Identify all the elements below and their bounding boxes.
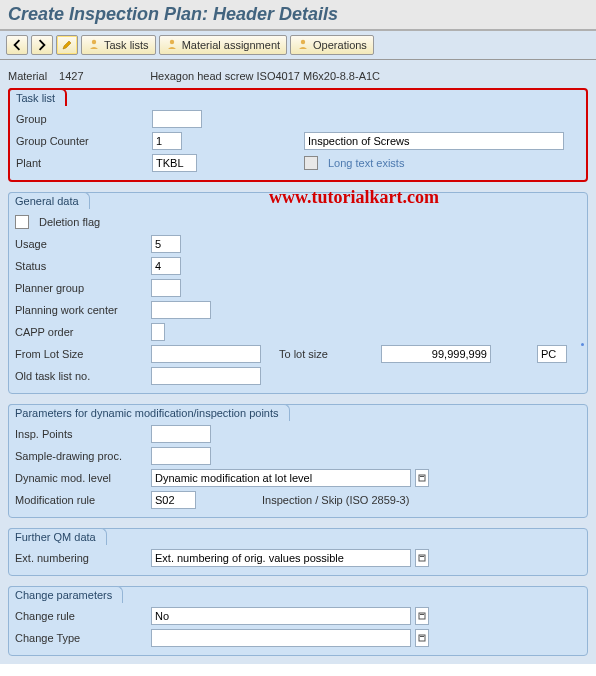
group-counter-label: Group Counter bbox=[16, 135, 146, 147]
change-rule-label: Change rule bbox=[15, 610, 145, 622]
change-rule-input[interactable] bbox=[151, 607, 411, 625]
ext-numbering-label: Ext. numbering bbox=[15, 552, 145, 564]
long-text-checkbox[interactable] bbox=[304, 156, 318, 170]
svg-point-0 bbox=[92, 40, 96, 44]
change-rule-dropdown[interactable] bbox=[415, 607, 429, 625]
deletion-flag-label: Deletion flag bbox=[39, 216, 100, 228]
group-input[interactable] bbox=[152, 110, 202, 128]
material-assignment-button[interactable]: Material assignment bbox=[159, 35, 287, 55]
group-counter-input[interactable] bbox=[152, 132, 182, 150]
to-lot-input[interactable] bbox=[381, 345, 491, 363]
usage-label: Usage bbox=[15, 238, 145, 250]
uom-input[interactable] bbox=[537, 345, 567, 363]
section-title: Change parameters bbox=[8, 586, 123, 603]
old-task-input[interactable] bbox=[151, 367, 261, 385]
planner-group-input[interactable] bbox=[151, 279, 181, 297]
sample-proc-label: Sample-drawing proc. bbox=[15, 450, 145, 462]
dynamic-level-label: Dynamic mod. level bbox=[15, 472, 145, 484]
planner-group-label: Planner group bbox=[15, 282, 145, 294]
long-text-label: Long text exists bbox=[328, 157, 404, 169]
watermark: www.tutorialkart.com bbox=[269, 187, 439, 208]
ext-numbering-input[interactable] bbox=[151, 549, 411, 567]
status-input[interactable] bbox=[151, 257, 181, 275]
insp-points-label: Insp. Points bbox=[15, 428, 145, 440]
usage-input[interactable] bbox=[151, 235, 181, 253]
ext-numbering-dropdown[interactable] bbox=[415, 549, 429, 567]
material-label: Material bbox=[8, 70, 56, 82]
svg-rect-8 bbox=[420, 614, 424, 615]
operations-button[interactable]: Operations bbox=[290, 35, 374, 55]
change-type-dropdown[interactable] bbox=[415, 629, 429, 647]
section-change: Change parameters Change rule Change Typ… bbox=[8, 586, 588, 656]
change-type-label: Change Type bbox=[15, 632, 145, 644]
operations-label: Operations bbox=[313, 39, 367, 51]
svg-rect-4 bbox=[420, 476, 424, 477]
nav-back-button[interactable] bbox=[6, 35, 28, 55]
mod-rule-input[interactable] bbox=[151, 491, 196, 509]
section-title: Parameters for dynamic modification/insp… bbox=[8, 404, 290, 421]
plant-input[interactable] bbox=[152, 154, 197, 172]
section-general: www.tutorialkart.com General data Deleti… bbox=[8, 192, 588, 394]
task-desc-input[interactable] bbox=[304, 132, 564, 150]
page-title: Create Inspection Plan: Header Details bbox=[0, 0, 596, 31]
section-task-list: Task list Group Group Counter Plant Long… bbox=[8, 88, 588, 182]
plant-label: Plant bbox=[16, 157, 146, 169]
toolbar: Task lists Material assignment Operation… bbox=[0, 31, 596, 60]
task-lists-button[interactable]: Task lists bbox=[81, 35, 156, 55]
dynamic-level-dropdown[interactable] bbox=[415, 469, 429, 487]
material-line: Material 1427 Hexagon head screw ISO4017… bbox=[8, 70, 588, 82]
work-center-label: Planning work center bbox=[15, 304, 145, 316]
person-icon bbox=[88, 38, 100, 52]
indicator-dot bbox=[581, 343, 584, 346]
from-lot-input[interactable] bbox=[151, 345, 261, 363]
material-assignment-label: Material assignment bbox=[182, 39, 280, 51]
dynamic-level-input[interactable] bbox=[151, 469, 411, 487]
section-title: General data bbox=[8, 192, 90, 209]
change-type-input[interactable] bbox=[151, 629, 411, 647]
mod-rule-desc: Inspection / Skip (ISO 2859-3) bbox=[262, 494, 409, 506]
svg-point-2 bbox=[301, 40, 305, 44]
capp-order-input[interactable] bbox=[151, 323, 165, 341]
old-task-label: Old task list no. bbox=[15, 370, 145, 382]
to-lot-label: To lot size bbox=[279, 348, 328, 360]
edit-button[interactable] bbox=[56, 35, 78, 55]
section-title: Task list bbox=[8, 88, 67, 106]
nav-forward-button[interactable] bbox=[31, 35, 53, 55]
svg-rect-9 bbox=[419, 635, 425, 641]
sample-proc-input[interactable] bbox=[151, 447, 211, 465]
work-center-input[interactable] bbox=[151, 301, 211, 319]
svg-rect-10 bbox=[420, 636, 424, 637]
svg-rect-6 bbox=[420, 556, 424, 557]
section-parameters: Parameters for dynamic modification/insp… bbox=[8, 404, 588, 518]
from-lot-label: From Lot Size bbox=[15, 348, 145, 360]
svg-rect-7 bbox=[419, 613, 425, 619]
material-desc: Hexagon head screw ISO4017 M6x20-8.8-A1C bbox=[150, 70, 380, 82]
svg-rect-3 bbox=[419, 475, 425, 481]
capp-order-label: CAPP order bbox=[15, 326, 145, 338]
section-title: Further QM data bbox=[8, 528, 107, 545]
content: Material 1427 Hexagon head screw ISO4017… bbox=[0, 60, 596, 664]
svg-point-1 bbox=[169, 40, 173, 44]
person-icon bbox=[297, 38, 309, 52]
material-code: 1427 bbox=[59, 70, 117, 82]
insp-points-input[interactable] bbox=[151, 425, 211, 443]
person-icon bbox=[166, 38, 178, 52]
svg-rect-5 bbox=[419, 555, 425, 561]
deletion-flag-checkbox[interactable] bbox=[15, 215, 29, 229]
status-label: Status bbox=[15, 260, 145, 272]
group-label: Group bbox=[16, 113, 146, 125]
mod-rule-label: Modification rule bbox=[15, 494, 145, 506]
section-qm: Further QM data Ext. numbering bbox=[8, 528, 588, 576]
task-lists-label: Task lists bbox=[104, 39, 149, 51]
